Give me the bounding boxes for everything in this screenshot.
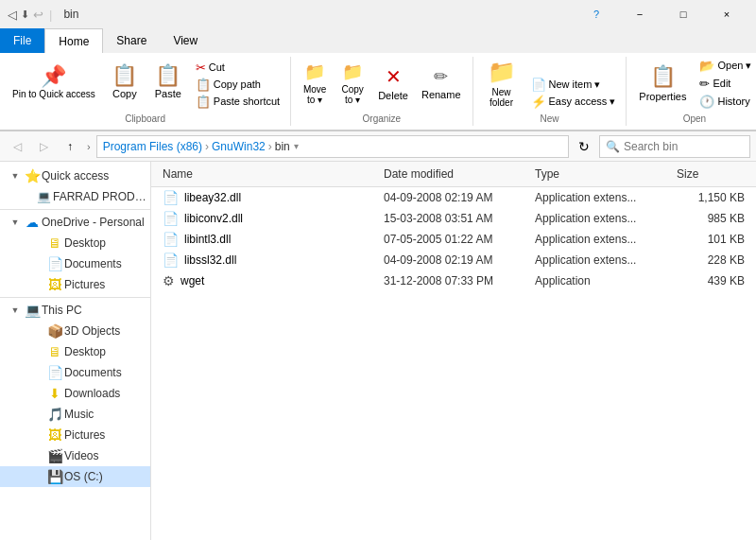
file-size-1: 985 KB <box>673 212 748 225</box>
onedrive-expand: ▼ <box>8 215 23 230</box>
paste-button[interactable]: 📋 Paste <box>147 57 189 110</box>
dll-icon-0: 📄 <box>163 190 179 205</box>
file-type-0: Application extens... <box>531 191 673 204</box>
sidebar-item-osc[interactable]: 💾 OS (C:) <box>0 466 150 487</box>
history-button[interactable]: 🕐 History <box>695 93 756 110</box>
header-size[interactable]: Size <box>673 165 748 183</box>
new-folder-button[interactable]: 📁 Newfolder <box>479 57 524 110</box>
qat-undo-icon: ↩ <box>33 8 43 22</box>
move-to-button[interactable]: 📁 Moveto ▾ <box>297 57 333 110</box>
open-button[interactable]: 📂 Open ▾ <box>695 57 756 74</box>
file-row-2[interactable]: 📄 libintl3.dll 07-05-2005 01:22 AM Appli… <box>151 229 756 250</box>
file-row-1[interactable]: 📄 libiconv2.dll 15-03-2008 03:51 AM Appl… <box>151 208 756 229</box>
sidebar-item-pictures2[interactable]: 🖼 Pictures <box>0 425 150 445</box>
search-box[interactable]: 🔍 <box>599 135 750 158</box>
tab-home[interactable]: Home <box>44 28 103 53</box>
easy-access-button[interactable]: ⚡ Easy access ▾ <box>526 93 621 110</box>
header-name[interactable]: Name <box>159 165 380 183</box>
ribbon: File Home Share View 📌 Pin to Quick acce… <box>0 28 756 131</box>
title-bar-icons: ◁ ⬇ ↩ | <box>8 8 54 22</box>
properties-label: Properties <box>639 91 686 102</box>
file-row-3[interactable]: 📄 libssl32.dll 04-09-2008 02:19 AM Appli… <box>151 250 756 270</box>
tab-share[interactable]: Share <box>103 28 160 53</box>
sidebar-item-documents2[interactable]: 📄 Documents <box>0 362 150 383</box>
file-label-1: libiconv2.dll <box>184 212 243 225</box>
file-label-0: libeay32.dll <box>184 191 241 204</box>
rename-button[interactable]: ✏ Rename <box>416 57 467 110</box>
header-date[interactable]: Date modified <box>380 165 531 183</box>
sidebar-item-onedrive[interactable]: ▼ ☁ OneDrive - Personal <box>0 212 150 233</box>
close-button[interactable]: × <box>705 0 748 28</box>
sidebar-item-music[interactable]: 🎵 Music <box>0 404 150 425</box>
file-list-header: Name Date modified Type Size <box>151 162 756 187</box>
minimize-button[interactable]: − <box>618 0 662 28</box>
tab-file[interactable]: File <box>0 28 44 53</box>
up-button[interactable]: ↑ <box>59 135 81 158</box>
dll-icon-2: 📄 <box>163 232 179 247</box>
breadcrumb-part1: Program Files (x86) <box>103 140 202 153</box>
file-date-3: 04-09-2008 02:19 AM <box>380 253 531 267</box>
rename-label: Rename <box>421 89 461 100</box>
header-type[interactable]: Type <box>531 165 673 183</box>
sidebar-label-documents2: Documents <box>64 366 122 379</box>
downloads-expand <box>30 386 45 401</box>
file-label-4: wget <box>180 274 204 287</box>
ribbon-group-clipboard: 📌 Pin to Quick access 📋 Copy 📋 Paste ✂ <box>0 57 291 126</box>
sidebar-item-videos[interactable]: 🎬 Videos <box>0 445 150 466</box>
maximize-button[interactable]: □ <box>662 0 705 28</box>
file-label-3: libssl32.dll <box>184 253 236 267</box>
sidebar-item-thispc[interactable]: ▼ 💻 This PC <box>0 300 150 321</box>
delete-button[interactable]: ✕ Delete <box>372 57 414 110</box>
organize-content: 📁 Moveto ▾ 📁 Copyto ▾ ✕ Delete ✏ Rename <box>297 57 466 110</box>
sidebar-item-documents[interactable]: 📄 Documents <box>0 253 150 274</box>
paste-shortcut-button[interactable]: 📋 Paste shortcut <box>191 93 284 110</box>
osc-icon: 💾 <box>47 469 62 484</box>
cut-button[interactable]: ✂ Cut <box>191 59 284 76</box>
refresh-button[interactable]: ↻ <box>573 135 595 158</box>
copy-to-button[interactable]: 📁 Copyto ▾ <box>335 57 370 110</box>
sidebar: ▼ ⭐ Quick access 💻 FARRAD PRODUCTION ▼ ☁… <box>0 162 151 540</box>
open-label: Open ▾ <box>717 60 751 72</box>
properties-button[interactable]: 📋 Properties <box>632 57 693 110</box>
pictures2-icon: 🖼 <box>47 427 62 443</box>
edit-button[interactable]: ✏ Edit <box>695 75 756 92</box>
file-type-4: Application <box>531 274 673 287</box>
app-icon-4: ⚙ <box>163 273 175 288</box>
videos-icon: 🎬 <box>47 448 62 463</box>
sidebar-item-farrad[interactable]: 💻 FARRAD PRODUCTION <box>0 186 150 207</box>
search-input[interactable] <box>624 140 756 153</box>
nav-separator: › <box>85 141 93 152</box>
copy-path-button[interactable]: 📋 Copy path <box>191 76 284 93</box>
search-icon: 🔍 <box>606 140 620 153</box>
pin-quick-access-button[interactable]: 📌 Pin to Quick access <box>6 57 102 110</box>
title-bar: ◁ ⬇ ↩ | bin ? − □ × <box>0 0 756 28</box>
help-button[interactable]: ? <box>575 0 618 28</box>
breadcrumb[interactable]: Program Files (x86) › GnuWin32 › bin ▾ <box>96 135 569 158</box>
nav-bar: ◁ ▷ ↑ › Program Files (x86) › GnuWin32 ›… <box>0 131 756 162</box>
sidebar-item-desktop2[interactable]: 🖥 Desktop <box>0 341 150 362</box>
back-button[interactable]: ◁ <box>6 135 28 158</box>
new-item-button[interactable]: 📄 New item ▾ <box>526 76 621 93</box>
copyto-icon: 📁 <box>342 61 363 82</box>
osc-expand <box>30 469 45 484</box>
delete-label: Delete <box>378 90 408 101</box>
desktop-icon: 🖥 <box>47 235 62 251</box>
newfolder-icon: 📁 <box>488 59 516 85</box>
sidebar-item-pictures[interactable]: 🖼 Pictures <box>0 274 150 295</box>
breadcrumb-sep2: › <box>268 140 272 153</box>
file-row-4[interactable]: ⚙ wget 31-12-2008 07:33 PM Application 4… <box>151 270 756 291</box>
sidebar-item-desktop[interactable]: 🖥 Desktop <box>0 233 150 253</box>
forward-button[interactable]: ▷ <box>32 135 55 158</box>
sidebar-item-downloads[interactable]: ⬇ Downloads <box>0 383 150 404</box>
pictures-icon: 🖼 <box>47 277 62 292</box>
file-row-0[interactable]: 📄 libeay32.dll 04-09-2008 02:19 AM Appli… <box>151 187 756 208</box>
sidebar-label-quick-access: Quick access <box>42 169 109 183</box>
file-label-2: libintl3.dll <box>184 233 231 246</box>
sidebar-item-quick-access[interactable]: ▼ ⭐ Quick access <box>0 165 150 186</box>
ribbon-group-open: 📋 Properties 📂 Open ▾ ✏ Edit 🕐 History <box>627 57 756 126</box>
qat-back-icon: ◁ <box>8 8 17 22</box>
copy-button[interactable]: 📋 Copy <box>104 57 146 110</box>
desktop2-expand <box>30 344 45 359</box>
tab-view[interactable]: View <box>160 28 211 53</box>
sidebar-item-3dobjects[interactable]: 📦 3D Objects <box>0 321 150 341</box>
